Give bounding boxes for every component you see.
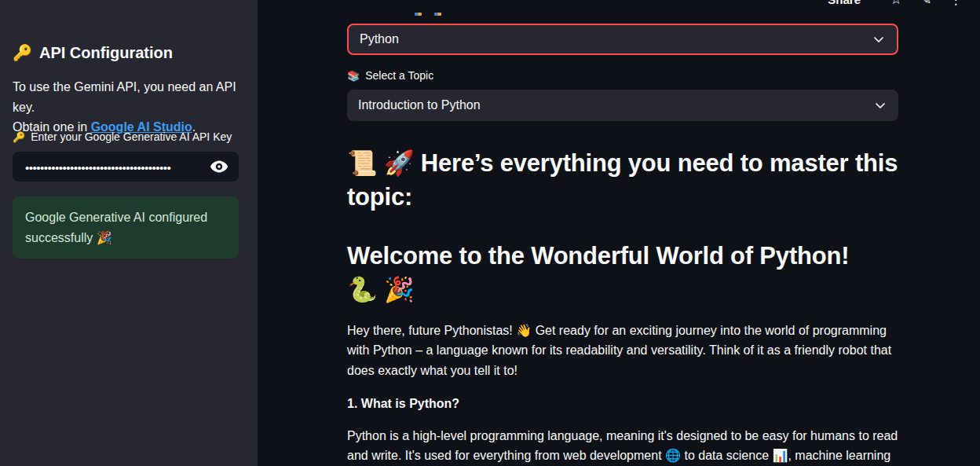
welcome-heading-text: Welcome to the Wonderful World of Python… <box>347 242 849 270</box>
snake-party-icons: 🐍 🎉 <box>347 273 898 306</box>
key-icon: 🔑 <box>13 131 25 143</box>
sidebar-title-text: API Configuration <box>39 44 173 62</box>
welcome-heading: Welcome to the Wonderful World of Python… <box>347 239 898 306</box>
app-root: 🔑 API Configuration To use the Gemini AP… <box>0 0 980 466</box>
clipped-label-fragment <box>415 13 422 16</box>
topic-intro-heading-text: Here’s everything you need to master thi… <box>347 149 898 211</box>
eye-icon[interactable] <box>209 159 229 174</box>
topic-select-value: Introduction to Python <box>358 98 481 112</box>
masked-api-key-value: ••••••••••••••••••••••••••••••••••••••• <box>25 160 209 174</box>
api-key-label: 🔑 Enter your Google Generative AI API Ke… <box>13 130 245 143</box>
topic-label-text: Select a Topic <box>365 69 433 82</box>
key-icon: 🔑 <box>13 43 32 62</box>
language-select[interactable]: Python <box>347 24 898 55</box>
api-key-label-text: Enter your Google Generative AI API Key <box>31 130 232 143</box>
overflow-menu-icon[interactable]: ⋮ <box>941 0 971 8</box>
chevron-down-icon <box>873 98 887 112</box>
main-content: Python 📚 Select a Topic Introduction to … <box>347 0 898 466</box>
edit-icon[interactable]: ✎ <box>911 0 941 8</box>
section-heading: 1. What is Python? <box>347 394 898 413</box>
language-select-value: Python <box>360 32 399 46</box>
scroll-rocket-icons: 📜 🚀 <box>347 149 414 177</box>
success-message: Google Generative AI configured successf… <box>25 211 207 244</box>
body-paragraph: Python is a high-level programming langu… <box>347 426 898 466</box>
success-alert: Google Generative AI configured successf… <box>13 196 239 259</box>
books-icon: 📚 <box>347 70 360 82</box>
clipped-label-fragment <box>434 13 441 16</box>
topic-intro-heading: 📜 🚀 Here’s everything you need to master… <box>347 146 898 214</box>
topic-label: 📚 Select a Topic <box>347 69 898 82</box>
api-key-input[interactable]: ••••••••••••••••••••••••••••••••••••••• <box>13 152 239 182</box>
topic-select[interactable]: Introduction to Python <box>347 90 898 121</box>
sidebar-title: 🔑 API Configuration <box>13 43 245 62</box>
sidebar: 🔑 API Configuration To use the Gemini AP… <box>0 0 258 466</box>
api-intro-text: To use the Gemini API, you need an API k… <box>13 77 252 138</box>
intro-line-1: To use the Gemini API, you need an API k… <box>13 77 252 117</box>
chevron-down-icon <box>872 32 886 46</box>
intro-paragraph: Hey there, future Pythonistas! 👋 Get rea… <box>347 321 898 380</box>
